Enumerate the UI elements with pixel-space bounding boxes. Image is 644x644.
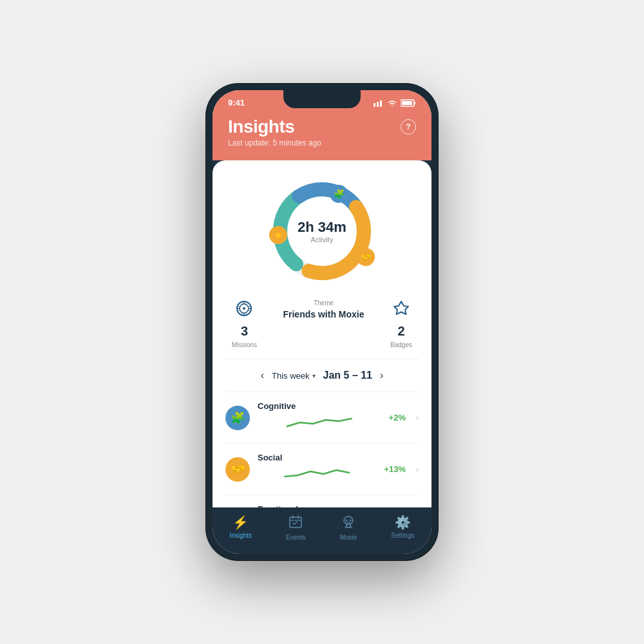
tab-settings[interactable]: ⚙️ Settings (391, 515, 414, 541)
notch (283, 90, 361, 108)
signal-icon (374, 99, 384, 107)
next-week-button[interactable]: › (380, 370, 383, 381)
badges-stat: 2 Badges (390, 299, 412, 348)
page-title: Insights (228, 117, 416, 137)
settings-tab-label: Settings (391, 532, 414, 539)
badges-label: Badges (390, 341, 412, 348)
week-chevron-icon: ▾ (312, 372, 316, 379)
social-icon: 🤝 (225, 457, 250, 482)
wifi-icon (387, 99, 397, 107)
svg-point-23 (349, 520, 351, 522)
social-name: Social (258, 453, 376, 462)
donut-chart-container: 🧩 ☀️ 🤝 2h 34m Activity (225, 173, 419, 289)
svg-rect-0 (374, 103, 375, 107)
svg-rect-5 (414, 102, 415, 104)
theme-stat: Theme Friends with Moxie (257, 299, 390, 319)
cognitive-icon: 🧩 (225, 406, 250, 430)
svg-text:☀️: ☀️ (273, 230, 284, 241)
moxie-tab-label: Moxie (340, 534, 357, 541)
theme-label: Theme (314, 299, 334, 307)
prev-week-button[interactable]: ‹ (261, 370, 264, 381)
social-change: +13% (384, 464, 406, 474)
events-tab-label: Events (286, 534, 306, 541)
status-time: 9:41 (228, 98, 245, 108)
social-chevron-icon: › (416, 465, 419, 474)
cognitive-row[interactable]: 🧩 Cognitive +2% › (225, 392, 419, 443)
activity-card: 🧩 ☀️ 🤝 2h 34m Activity (213, 160, 431, 507)
tab-moxie[interactable]: Moxie (340, 515, 357, 541)
cognitive-change: +2% (389, 413, 406, 422)
theme-name: Friends with Moxie (283, 309, 364, 319)
svg-point-18 (243, 307, 245, 310)
activity-time: 2h 34m (298, 219, 346, 236)
social-row[interactable]: 🤝 Social +13% › (225, 443, 419, 495)
social-content: Social (258, 453, 376, 486)
donut-center: 2h 34m Activity (298, 219, 346, 243)
events-tab-icon (289, 515, 303, 532)
phone-frame: 9:41 Insigh (206, 84, 438, 560)
insights-tab-label: Insights (230, 532, 252, 539)
missions-stat: 3 Missions (232, 299, 257, 348)
help-button[interactable]: ? (401, 119, 416, 135)
week-selector-label: This week (272, 371, 310, 381)
header: Insights Last update: 5 minutes ago ? (213, 111, 431, 160)
category-list: 🧩 Cognitive +2% › (225, 392, 419, 507)
svg-text:🤝: 🤝 (361, 252, 372, 263)
missions-icon (235, 299, 253, 321)
tab-bar: ⚡ Insights Events (213, 507, 431, 554)
moxie-tab-icon (341, 515, 355, 532)
svg-rect-21 (346, 524, 350, 527)
week-selector[interactable]: This week ▾ (272, 371, 316, 381)
tab-events[interactable]: Events (286, 515, 306, 541)
divider (225, 359, 419, 359)
svg-rect-1 (377, 102, 379, 107)
badges-count: 2 (397, 324, 404, 339)
cognitive-sparkline (258, 413, 381, 431)
phone-screen: 9:41 Insigh (213, 90, 431, 554)
cognitive-name: Cognitive (258, 401, 381, 411)
settings-tab-icon: ⚙️ (395, 515, 411, 530)
svg-rect-2 (380, 100, 382, 107)
week-nav[interactable]: ‹ This week ▾ Jan 5 – 11 › (225, 370, 419, 381)
week-range: Jan 5 – 11 (323, 370, 373, 381)
insights-tab-icon: ⚡ (232, 515, 249, 530)
svg-rect-4 (402, 101, 412, 105)
missions-count: 3 (241, 324, 248, 339)
status-icons (374, 99, 416, 107)
stats-row: 3 Missions Theme Friends with Moxie (225, 299, 419, 348)
battery-icon (401, 99, 416, 107)
main-content: 🧩 ☀️ 🤝 2h 34m Activity (213, 160, 431, 507)
missions-label: Missions (232, 341, 257, 348)
social-sparkline (258, 465, 376, 483)
emotional-row[interactable]: 💚 Emotional -3% › (225, 495, 419, 507)
cognitive-content: Cognitive (258, 401, 381, 434)
svg-point-22 (345, 520, 347, 522)
svg-text:🧩: 🧩 (334, 189, 345, 200)
last-update: Last update: 5 minutes ago (228, 138, 416, 147)
activity-label: Activity (298, 236, 346, 243)
cognitive-chevron-icon: › (416, 413, 419, 422)
tab-insights[interactable]: ⚡ Insights (230, 515, 252, 541)
badges-icon (392, 299, 410, 321)
